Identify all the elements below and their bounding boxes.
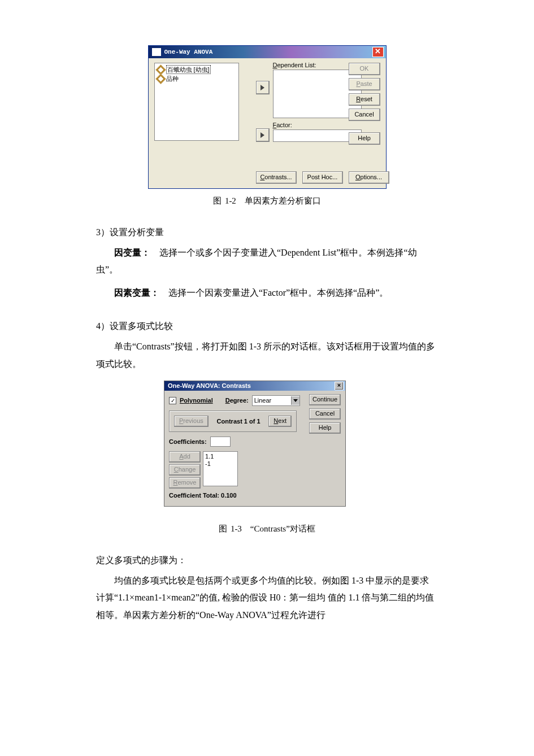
window-icon xyxy=(152,48,161,56)
cancel-button[interactable]: Cancel xyxy=(349,109,380,121)
help-button[interactable]: Help xyxy=(349,132,380,145)
previous-button[interactable]: Previous xyxy=(174,416,209,427)
posthoc-button[interactable]: Post Hoc... xyxy=(302,171,343,184)
section-4-heading: 4）设置多项式比较 xyxy=(96,321,438,332)
close-icon[interactable]: × xyxy=(335,382,344,390)
options-button[interactable]: Options... xyxy=(349,171,389,184)
paragraph: 均值的多项式比较是包括两个或更多个均值的比较。例如图 1-3 中显示的是要求计算… xyxy=(96,572,438,624)
coefficient-list[interactable]: 1.1 -1 xyxy=(203,451,238,486)
anova-title: One-Way ANOVA xyxy=(164,49,213,55)
polynomial-label: Polynomial xyxy=(180,397,213,404)
move-to-factor-button[interactable] xyxy=(256,128,270,142)
remove-button[interactable]: Remove xyxy=(169,477,201,489)
reset-button[interactable]: Reset xyxy=(349,93,380,106)
factor-var-label: 因素变量： xyxy=(114,288,159,297)
degree-label: Degree: xyxy=(225,397,249,404)
move-to-dependent-button[interactable] xyxy=(256,81,270,94)
variable-label: 品种 xyxy=(166,75,179,83)
paragraph: 单击“Contrasts”按钮，将打开如图 1-3 所示的对话框。该对话框用于设… xyxy=(96,338,438,373)
contrasts-title: One-Way ANOVA: Contrasts xyxy=(168,382,251,389)
contrast-position-label: Contrast 1 of 1 xyxy=(217,418,261,425)
help-button[interactable]: Help xyxy=(309,422,341,434)
document-page: One-Way ANOVA ✕ 百蛾幼虫 [幼虫] 品种 Dependent L… xyxy=(0,0,534,652)
next-button[interactable]: Next xyxy=(268,416,292,427)
chevron-right-icon xyxy=(261,132,264,138)
degree-value: Linear xyxy=(254,397,272,404)
variable-icon xyxy=(155,74,166,84)
paste-button[interactable]: Paste xyxy=(349,78,380,90)
section-3-heading: 3）设置分析变量 xyxy=(96,227,438,239)
dependent-var-label: 因变量： xyxy=(114,248,150,257)
list-item[interactable]: 百蛾幼虫 [幼虫] xyxy=(157,65,236,74)
paragraph: 因素变量： 选择一个因素变量进入“Factor”框中。本例选择“品种”。 xyxy=(96,284,438,301)
chevron-right-icon xyxy=(261,85,264,90)
polynomial-checkbox[interactable]: ✓ xyxy=(169,397,176,404)
figure-1-3-caption: 图 1-3 “Contrasts”对话框 xyxy=(96,524,438,534)
add-button[interactable]: Add xyxy=(169,451,201,463)
change-button[interactable]: Change xyxy=(169,464,201,476)
coefficient-input[interactable] xyxy=(210,437,231,447)
contrasts-button[interactable]: Contrasts... xyxy=(256,171,297,184)
ok-button[interactable]: OK xyxy=(349,63,380,75)
coefficient-total-label: Coefficient Total: 0.100 xyxy=(169,492,341,499)
variable-list[interactable]: 百蛾幼虫 [幼虫] 品种 xyxy=(154,63,239,141)
anova-dialog: One-Way ANOVA ✕ 百蛾幼虫 [幼虫] 品种 Dependent L… xyxy=(148,45,387,189)
variable-label: 百蛾幼虫 [幼虫] xyxy=(166,65,211,74)
contrasts-dialog: One-Way ANOVA: Contrasts × ✓ Polynomial … xyxy=(164,381,346,507)
continue-button[interactable]: Continue xyxy=(309,394,341,405)
anova-titlebar: One-Way ANOVA ✕ xyxy=(149,46,386,58)
cancel-button[interactable]: Cancel xyxy=(309,408,341,420)
contrast-nav-frame: Previous Contrast 1 of 1 Next xyxy=(169,411,297,432)
paragraph: 因变量： 选择一个或多个因子变量进入“Dependent List”框中。本例选… xyxy=(96,244,438,279)
figure-1-2-caption: 图 1-2 单因素方差分析窗口 xyxy=(96,196,438,206)
coefficients-label: Coefficients: xyxy=(169,438,207,445)
chevron-down-icon xyxy=(291,396,299,405)
contrasts-titlebar: One-Way ANOVA: Contrasts × xyxy=(164,381,345,391)
paragraph-text: 选择一个因素变量进入“Factor”框中。本例选择“品种”。 xyxy=(159,288,388,297)
list-item[interactable]: 品种 xyxy=(157,74,236,83)
degree-select[interactable]: Linear xyxy=(252,395,300,406)
paragraph-heading: 定义多项式的步骤为： xyxy=(96,555,438,567)
close-icon[interactable]: ✕ xyxy=(372,47,384,57)
